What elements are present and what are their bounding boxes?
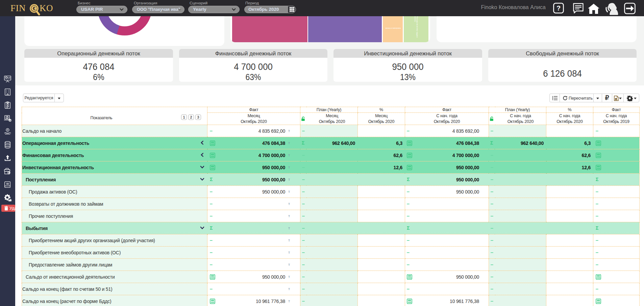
svg-text:€: € xyxy=(33,6,35,11)
svg-text:?: ? xyxy=(556,4,561,12)
svg-text:x: x xyxy=(616,98,617,100)
